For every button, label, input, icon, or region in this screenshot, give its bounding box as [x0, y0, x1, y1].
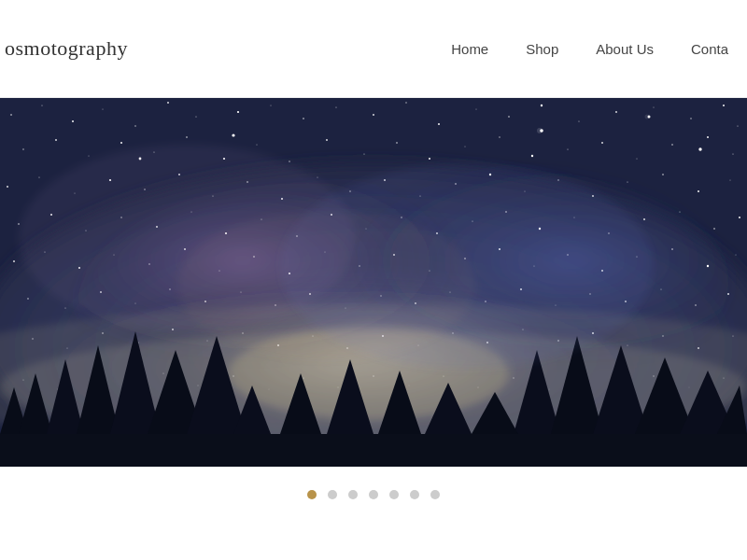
svg-point-13 [167, 102, 169, 104]
svg-point-8 [10, 114, 12, 116]
svg-point-178 [373, 375, 374, 376]
svg-point-17 [303, 118, 304, 119]
site-logo: osmotography [0, 36, 128, 61]
svg-point-152 [207, 341, 208, 342]
carousel-dot-3[interactable] [348, 490, 358, 499]
svg-point-43 [429, 158, 430, 160]
svg-point-125 [698, 147, 701, 150]
svg-point-25 [578, 120, 579, 121]
svg-point-173 [198, 385, 199, 386]
carousel-dot-1[interactable] [307, 490, 317, 499]
nav-item-shop[interactable]: Shop [526, 41, 558, 57]
svg-point-167 [732, 335, 733, 336]
carousel-dot-7[interactable] [430, 490, 440, 499]
svg-point-14 [195, 116, 196, 117]
svg-point-16 [271, 105, 272, 106]
svg-point-175 [269, 389, 270, 390]
svg-point-177 [338, 387, 339, 388]
carousel-dot-4[interactable] [369, 490, 378, 499]
svg-point-41 [363, 153, 364, 154]
svg-point-176 [303, 377, 303, 378]
svg-point-147 [32, 338, 33, 339]
svg-point-211 [177, 210, 476, 359]
svg-point-54 [38, 176, 39, 177]
svg-point-93 [643, 218, 645, 220]
carousel-dot-2[interactable] [328, 490, 337, 499]
svg-point-49 [637, 159, 638, 160]
svg-point-32 [55, 139, 57, 141]
svg-point-181 [478, 387, 479, 388]
svg-point-95 [713, 228, 715, 230]
nav-item-home[interactable]: Home [451, 41, 488, 57]
svg-point-165 [662, 335, 663, 336]
svg-point-20 [405, 102, 406, 103]
carousel-dot-5[interactable] [389, 490, 399, 499]
svg-point-52 [732, 153, 733, 154]
svg-point-24 [541, 105, 543, 106]
svg-point-187 [689, 387, 690, 388]
svg-point-53 [7, 186, 8, 188]
hero-section [0, 98, 747, 467]
svg-point-10 [72, 120, 74, 122]
svg-point-148 [67, 348, 68, 349]
svg-point-45 [499, 136, 500, 137]
svg-point-174 [233, 375, 233, 376]
svg-point-40 [326, 139, 328, 141]
svg-point-166 [698, 347, 699, 349]
site-header: osmotography Home Shop About Us Conta [0, 0, 747, 98]
svg-point-47 [567, 148, 568, 149]
svg-point-126 [27, 298, 29, 300]
svg-point-183 [549, 389, 550, 390]
svg-point-22 [476, 109, 477, 110]
svg-point-36 [186, 136, 188, 138]
svg-point-9 [41, 105, 42, 105]
svg-point-97 [13, 260, 15, 262]
svg-point-50 [671, 144, 673, 146]
footer-whitespace [0, 518, 747, 560]
svg-point-186 [653, 375, 654, 376]
svg-point-74 [730, 180, 731, 181]
svg-point-73 [698, 190, 699, 192]
svg-point-39 [289, 161, 289, 161]
hero-image [0, 98, 747, 467]
svg-point-33 [89, 156, 90, 157]
svg-point-146 [727, 293, 729, 295]
svg-rect-189 [0, 434, 747, 467]
svg-point-21 [438, 123, 440, 125]
svg-point-46 [531, 155, 533, 157]
svg-point-12 [134, 125, 135, 126]
nav-item-contact[interactable]: Conta [691, 41, 728, 57]
svg-point-29 [723, 105, 725, 106]
svg-point-71 [627, 181, 627, 182]
svg-point-117 [707, 265, 709, 267]
svg-point-188 [723, 377, 724, 378]
carousel-dot-6[interactable] [410, 490, 419, 499]
svg-point-42 [396, 142, 398, 144]
svg-point-172 [162, 372, 163, 373]
svg-point-23 [508, 116, 510, 118]
svg-point-180 [443, 375, 444, 376]
svg-point-34 [120, 142, 122, 144]
svg-point-164 [627, 345, 628, 346]
nav-item-about[interactable]: About Us [596, 41, 654, 57]
svg-point-168 [22, 379, 23, 380]
svg-point-30 [737, 125, 738, 126]
svg-point-96 [739, 217, 740, 218]
svg-point-72 [662, 174, 664, 175]
svg-point-27 [654, 107, 655, 108]
main-nav: Home Shop About Us Conta [451, 41, 728, 57]
svg-point-149 [102, 332, 104, 334]
svg-point-120 [537, 128, 543, 133]
svg-point-118 [736, 255, 737, 256]
svg-point-38 [257, 145, 258, 146]
svg-point-26 [615, 111, 617, 113]
svg-point-75 [18, 223, 20, 225]
svg-point-31 [22, 148, 23, 149]
svg-point-44 [465, 147, 466, 147]
svg-point-127 [64, 307, 65, 308]
carousel-pagination [0, 467, 747, 518]
svg-point-179 [409, 385, 410, 386]
svg-point-122 [645, 115, 650, 119]
svg-point-182 [513, 377, 514, 378]
svg-point-62 [317, 177, 318, 178]
